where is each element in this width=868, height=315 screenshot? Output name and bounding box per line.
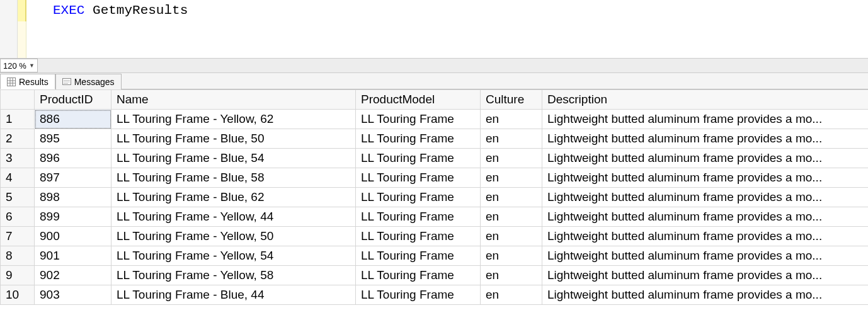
grid-cell-description[interactable]: Lightweight butted aluminum frame provid… [542, 188, 869, 207]
tab-messages-label: Messages [74, 77, 115, 87]
zoom-value: 120 % [3, 61, 26, 71]
grid-cell-productid[interactable]: 886 [35, 110, 111, 129]
grid-cell-productmodel[interactable]: LL Touring Frame [356, 149, 481, 168]
results-grid[interactable]: ProductID Name ProductModel Culture Desc… [0, 89, 868, 305]
grid-cell-name[interactable]: LL Touring Frame - Yellow, 62 [111, 110, 356, 129]
grid-cell-culture[interactable]: en [481, 207, 542, 227]
editor-change-marker [18, 0, 26, 58]
grid-cell-productmodel[interactable]: LL Touring Frame [356, 110, 481, 129]
grid-header-rownum[interactable] [1, 90, 35, 110]
grid-cell-productmodel[interactable]: LL Touring Frame [356, 266, 481, 285]
svg-rect-0 [8, 77, 16, 86]
table-row[interactable]: 2895LL Touring Frame - Blue, 50LL Tourin… [1, 129, 869, 149]
grid-cell-culture[interactable]: en [481, 110, 542, 129]
grid-cell-productid[interactable]: 897 [35, 168, 111, 188]
grid-cell-name[interactable]: LL Touring Frame - Blue, 54 [111, 149, 356, 168]
grid-header-productid[interactable]: ProductID [35, 90, 111, 110]
grid-cell-description[interactable]: Lightweight butted aluminum frame provid… [542, 207, 869, 227]
grid-cell-culture[interactable]: en [481, 149, 542, 168]
editor-code[interactable]: EXEC GetmyResults [26, 0, 188, 58]
grid-cell-culture[interactable]: en [481, 168, 542, 188]
grid-rownum[interactable]: 8 [1, 246, 35, 266]
grid-cell-description[interactable]: Lightweight butted aluminum frame provid… [542, 246, 869, 266]
table-row[interactable]: 8901LL Touring Frame - Yellow, 54LL Tour… [1, 246, 869, 266]
grid-cell-name[interactable]: LL Touring Frame - Yellow, 44 [111, 207, 356, 227]
tab-results[interactable]: Results [0, 74, 55, 89]
table-row[interactable]: 3896LL Touring Frame - Blue, 54LL Tourin… [1, 149, 869, 168]
grid-cell-description[interactable]: Lightweight butted aluminum frame provid… [542, 285, 869, 305]
zoom-select[interactable]: 120 % ▼ [0, 59, 38, 72]
grid-rownum[interactable]: 6 [1, 207, 35, 227]
grid-cell-name[interactable]: LL Touring Frame - Blue, 50 [111, 129, 356, 149]
grid-rownum[interactable]: 4 [1, 168, 35, 188]
grid-cell-description[interactable]: Lightweight butted aluminum frame provid… [542, 149, 869, 168]
grid-rownum[interactable]: 1 [1, 110, 35, 129]
sql-keyword-exec: EXEC [53, 3, 84, 18]
grid-cell-productmodel[interactable]: LL Touring Frame [356, 168, 481, 188]
grid-cell-culture[interactable]: en [481, 246, 542, 266]
grid-rownum[interactable]: 7 [1, 227, 35, 246]
table-row[interactable]: 1886LL Touring Frame - Yellow, 62LL Tour… [1, 110, 869, 129]
grid-header-row: ProductID Name ProductModel Culture Desc… [1, 90, 869, 110]
grid-cell-productmodel[interactable]: LL Touring Frame [356, 129, 481, 149]
grid-cell-productmodel[interactable]: LL Touring Frame [356, 227, 481, 246]
grid-cell-description[interactable]: Lightweight butted aluminum frame provid… [542, 266, 869, 285]
grid-cell-name[interactable]: LL Touring Frame - Blue, 62 [111, 188, 356, 207]
zoom-bar: 120 % ▼ [0, 58, 868, 73]
table-row[interactable]: 10903LL Touring Frame - Blue, 44LL Touri… [1, 285, 869, 305]
grid-rownum[interactable]: 2 [1, 129, 35, 149]
grid-cell-culture[interactable]: en [481, 266, 542, 285]
grid-cell-productid[interactable]: 902 [35, 266, 111, 285]
grid-cell-productid[interactable]: 895 [35, 129, 111, 149]
grid-cell-productid[interactable]: 899 [35, 207, 111, 227]
grid-cell-productmodel[interactable]: LL Touring Frame [356, 188, 481, 207]
grid-cell-name[interactable]: LL Touring Frame - Blue, 58 [111, 168, 356, 188]
tab-results-label: Results [19, 77, 49, 87]
grid-header-culture[interactable]: Culture [481, 90, 542, 110]
grid-cell-productid[interactable]: 903 [35, 285, 111, 305]
grid-cell-productmodel[interactable]: LL Touring Frame [356, 246, 481, 266]
grid-header-name[interactable]: Name [111, 90, 356, 110]
grid-cell-culture[interactable]: en [481, 285, 542, 305]
grid-cell-productid[interactable]: 898 [35, 188, 111, 207]
sql-procedure-name: GetmyResults [93, 3, 188, 18]
grid-rownum[interactable]: 10 [1, 285, 35, 305]
grid-cell-productmodel[interactable]: LL Touring Frame [356, 285, 481, 305]
table-row[interactable]: 5898LL Touring Frame - Blue, 62LL Tourin… [1, 188, 869, 207]
grid-cell-name[interactable]: LL Touring Frame - Blue, 44 [111, 285, 356, 305]
grid-rownum[interactable]: 9 [1, 266, 35, 285]
grid-cell-culture[interactable]: en [481, 188, 542, 207]
grid-cell-name[interactable]: LL Touring Frame - Yellow, 58 [111, 266, 356, 285]
grid-cell-culture[interactable]: en [481, 227, 542, 246]
grid-cell-productid[interactable]: 900 [35, 227, 111, 246]
table-row[interactable]: 6899LL Touring Frame - Yellow, 44LL Tour… [1, 207, 869, 227]
grid-cell-culture[interactable]: en [481, 129, 542, 149]
results-grid-wrap: ProductID Name ProductModel Culture Desc… [0, 89, 868, 315]
grid-cell-description[interactable]: Lightweight butted aluminum frame provid… [542, 227, 869, 246]
grid-header-productmodel[interactable]: ProductModel [356, 90, 481, 110]
grid-cell-name[interactable]: LL Touring Frame - Yellow, 50 [111, 227, 356, 246]
results-tabs: Results Messages [0, 73, 868, 89]
grid-rownum[interactable]: 5 [1, 188, 35, 207]
sql-editor[interactable]: EXEC GetmyResults [0, 0, 868, 58]
grid-header-description[interactable]: Description [542, 90, 869, 110]
table-row[interactable]: 9902LL Touring Frame - Yellow, 58LL Tour… [1, 266, 869, 285]
grid-cell-productid[interactable]: 901 [35, 246, 111, 266]
table-row[interactable]: 7900LL Touring Frame - Yellow, 50LL Tour… [1, 227, 869, 246]
grid-cell-productid[interactable]: 896 [35, 149, 111, 168]
messages-icon [62, 77, 71, 86]
grid-cell-name[interactable]: LL Touring Frame - Yellow, 54 [111, 246, 356, 266]
grid-cell-description[interactable]: Lightweight butted aluminum frame provid… [542, 168, 869, 188]
grid-icon [7, 77, 16, 86]
grid-cell-description[interactable]: Lightweight butted aluminum frame provid… [542, 129, 869, 149]
editor-gutter [0, 0, 18, 58]
grid-cell-description[interactable]: Lightweight butted aluminum frame provid… [542, 110, 869, 129]
grid-rownum[interactable]: 3 [1, 149, 35, 168]
chevron-down-icon: ▼ [29, 62, 35, 69]
grid-cell-productmodel[interactable]: LL Touring Frame [356, 207, 481, 227]
tab-messages[interactable]: Messages [55, 74, 122, 89]
table-row[interactable]: 4897LL Touring Frame - Blue, 58LL Tourin… [1, 168, 869, 188]
